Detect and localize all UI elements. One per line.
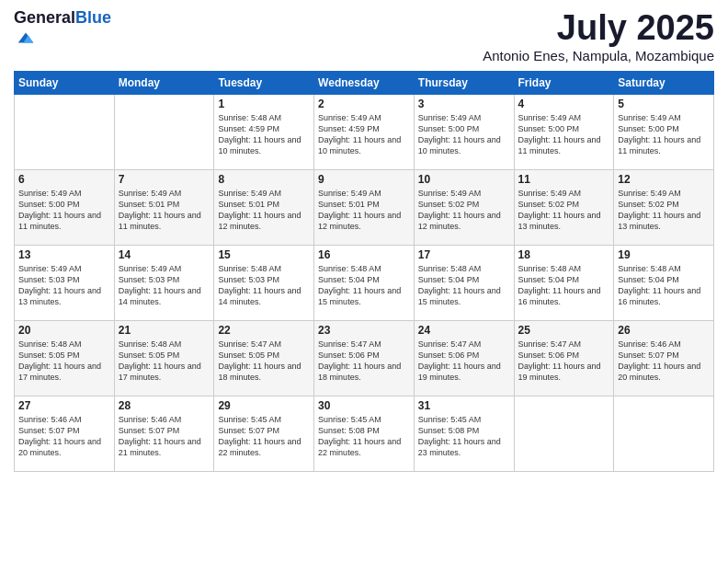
day-number: 11 (518, 173, 610, 186)
day-header-wednesday: Wednesday (314, 71, 415, 94)
calendar: SundayMondayTuesdayWednesdayThursdayFrid… (14, 71, 714, 472)
calendar-cell: 29Sunrise: 5:45 AM Sunset: 5:07 PM Dayli… (214, 396, 314, 471)
day-header-thursday: Thursday (414, 71, 514, 94)
calendar-cell: 31Sunrise: 5:45 AM Sunset: 5:08 PM Dayli… (414, 396, 514, 471)
day-header-friday: Friday (514, 71, 614, 94)
day-number: 19 (618, 248, 710, 261)
day-info: Sunrise: 5:48 AM Sunset: 5:04 PM Dayligh… (318, 263, 410, 308)
day-info: Sunrise: 5:48 AM Sunset: 5:05 PM Dayligh… (119, 339, 210, 384)
day-number: 16 (318, 248, 410, 261)
calendar-cell: 5Sunrise: 5:49 AM Sunset: 5:00 PM Daylig… (614, 94, 714, 169)
day-info: Sunrise: 5:49 AM Sunset: 5:01 PM Dayligh… (119, 188, 210, 233)
calendar-body: 1Sunrise: 5:48 AM Sunset: 4:59 PM Daylig… (15, 94, 714, 471)
day-header-saturday: Saturday (614, 71, 714, 94)
day-info: Sunrise: 5:46 AM Sunset: 5:07 PM Dayligh… (18, 414, 110, 459)
calendar-cell: 2Sunrise: 5:49 AM Sunset: 4:59 PM Daylig… (314, 94, 415, 169)
day-number: 1 (218, 98, 310, 110)
calendar-cell: 8Sunrise: 5:49 AM Sunset: 5:01 PM Daylig… (214, 169, 314, 245)
calendar-cell (15, 94, 115, 169)
calendar-cell: 9Sunrise: 5:49 AM Sunset: 5:01 PM Daylig… (314, 169, 415, 245)
day-info: Sunrise: 5:49 AM Sunset: 5:00 PM Dayligh… (518, 112, 610, 157)
calendar-cell: 18Sunrise: 5:48 AM Sunset: 5:04 PM Dayli… (514, 245, 614, 320)
calendar-week-3: 13Sunrise: 5:49 AM Sunset: 5:03 PM Dayli… (15, 245, 714, 320)
day-info: Sunrise: 5:48 AM Sunset: 5:04 PM Dayligh… (418, 263, 510, 308)
day-number: 14 (119, 248, 210, 261)
day-number: 17 (418, 248, 510, 261)
calendar-cell: 28Sunrise: 5:46 AM Sunset: 5:07 PM Dayli… (114, 396, 214, 471)
day-number: 8 (218, 173, 310, 186)
day-info: Sunrise: 5:47 AM Sunset: 5:05 PM Dayligh… (218, 339, 310, 384)
calendar-cell (614, 396, 714, 471)
calendar-cell: 27Sunrise: 5:46 AM Sunset: 5:07 PM Dayli… (15, 396, 115, 471)
calendar-cell: 20Sunrise: 5:48 AM Sunset: 5:05 PM Dayli… (15, 320, 115, 396)
calendar-cell: 23Sunrise: 5:47 AM Sunset: 5:06 PM Dayli… (314, 320, 415, 396)
calendar-week-5: 27Sunrise: 5:46 AM Sunset: 5:07 PM Dayli… (15, 396, 714, 471)
day-info: Sunrise: 5:49 AM Sunset: 5:01 PM Dayligh… (318, 188, 410, 233)
day-info: Sunrise: 5:49 AM Sunset: 5:02 PM Dayligh… (418, 188, 510, 233)
day-number: 26 (618, 324, 710, 337)
calendar-cell: 12Sunrise: 5:49 AM Sunset: 5:02 PM Dayli… (614, 169, 714, 245)
calendar-cell: 14Sunrise: 5:49 AM Sunset: 5:03 PM Dayli… (114, 245, 214, 320)
day-number: 3 (418, 98, 510, 110)
day-number: 9 (318, 173, 410, 186)
calendar-cell: 4Sunrise: 5:49 AM Sunset: 5:00 PM Daylig… (514, 94, 614, 169)
day-info: Sunrise: 5:49 AM Sunset: 4:59 PM Dayligh… (318, 112, 410, 157)
calendar-cell: 15Sunrise: 5:48 AM Sunset: 5:03 PM Dayli… (214, 245, 314, 320)
location: Antonio Enes, Nampula, Mozambique (483, 48, 714, 63)
day-header-monday: Monday (114, 71, 214, 94)
calendar-cell: 3Sunrise: 5:49 AM Sunset: 5:00 PM Daylig… (414, 94, 514, 169)
logo-general: General (14, 8, 75, 27)
day-number: 31 (418, 399, 510, 412)
calendar-cell: 30Sunrise: 5:45 AM Sunset: 5:08 PM Dayli… (314, 396, 415, 471)
day-number: 13 (18, 248, 110, 261)
day-info: Sunrise: 5:47 AM Sunset: 5:06 PM Dayligh… (518, 339, 610, 384)
day-info: Sunrise: 5:49 AM Sunset: 5:03 PM Dayligh… (119, 263, 210, 308)
day-info: Sunrise: 5:49 AM Sunset: 5:00 PM Dayligh… (18, 188, 110, 233)
day-number: 21 (119, 324, 210, 337)
calendar-cell: 11Sunrise: 5:49 AM Sunset: 5:02 PM Dayli… (514, 169, 614, 245)
day-info: Sunrise: 5:48 AM Sunset: 4:59 PM Dayligh… (218, 112, 310, 157)
day-info: Sunrise: 5:48 AM Sunset: 5:04 PM Dayligh… (618, 263, 710, 308)
day-number: 2 (318, 98, 410, 110)
calendar-week-4: 20Sunrise: 5:48 AM Sunset: 5:05 PM Dayli… (15, 320, 714, 396)
title-block: July 2025 Antonio Enes, Nampula, Mozambi… (483, 9, 714, 63)
calendar-cell: 17Sunrise: 5:48 AM Sunset: 5:04 PM Dayli… (414, 245, 514, 320)
day-info: Sunrise: 5:48 AM Sunset: 5:04 PM Dayligh… (518, 263, 610, 308)
day-number: 28 (119, 399, 210, 412)
calendar-week-2: 6Sunrise: 5:49 AM Sunset: 5:00 PM Daylig… (15, 169, 714, 245)
day-info: Sunrise: 5:47 AM Sunset: 5:06 PM Dayligh… (318, 339, 410, 384)
logo-icon (16, 28, 36, 48)
calendar-cell: 26Sunrise: 5:46 AM Sunset: 5:07 PM Dayli… (614, 320, 714, 396)
day-info: Sunrise: 5:49 AM Sunset: 5:00 PM Dayligh… (618, 112, 710, 157)
calendar-cell: 25Sunrise: 5:47 AM Sunset: 5:06 PM Dayli… (514, 320, 614, 396)
logo: GeneralBlue (14, 9, 111, 52)
day-number: 29 (218, 399, 310, 412)
day-number: 7 (119, 173, 210, 186)
calendar-cell: 6Sunrise: 5:49 AM Sunset: 5:00 PM Daylig… (15, 169, 115, 245)
day-number: 6 (18, 173, 110, 186)
calendar-cell: 24Sunrise: 5:47 AM Sunset: 5:06 PM Dayli… (414, 320, 514, 396)
day-info: Sunrise: 5:46 AM Sunset: 5:07 PM Dayligh… (119, 414, 210, 459)
day-number: 15 (218, 248, 310, 261)
day-info: Sunrise: 5:49 AM Sunset: 5:03 PM Dayligh… (18, 263, 110, 308)
day-info: Sunrise: 5:49 AM Sunset: 5:01 PM Dayligh… (218, 188, 310, 233)
day-header-tuesday: Tuesday (214, 71, 314, 94)
calendar-cell: 16Sunrise: 5:48 AM Sunset: 5:04 PM Dayli… (314, 245, 415, 320)
day-number: 4 (518, 98, 610, 110)
day-info: Sunrise: 5:46 AM Sunset: 5:07 PM Dayligh… (618, 339, 710, 384)
day-number: 10 (418, 173, 510, 186)
day-number: 12 (618, 173, 710, 186)
day-number: 22 (218, 324, 310, 337)
calendar-cell: 13Sunrise: 5:49 AM Sunset: 5:03 PM Dayli… (15, 245, 115, 320)
day-info: Sunrise: 5:49 AM Sunset: 5:02 PM Dayligh… (518, 188, 610, 233)
day-info: Sunrise: 5:45 AM Sunset: 5:08 PM Dayligh… (318, 414, 410, 459)
day-number: 27 (18, 399, 110, 412)
calendar-cell (114, 94, 214, 169)
day-number: 30 (318, 399, 410, 412)
calendar-cell: 19Sunrise: 5:48 AM Sunset: 5:04 PM Dayli… (614, 245, 714, 320)
day-info: Sunrise: 5:48 AM Sunset: 5:03 PM Dayligh… (218, 263, 310, 308)
day-info: Sunrise: 5:48 AM Sunset: 5:05 PM Dayligh… (18, 339, 110, 384)
day-number: 5 (618, 98, 710, 110)
day-info: Sunrise: 5:45 AM Sunset: 5:07 PM Dayligh… (218, 414, 310, 459)
day-info: Sunrise: 5:49 AM Sunset: 5:00 PM Dayligh… (418, 112, 510, 157)
